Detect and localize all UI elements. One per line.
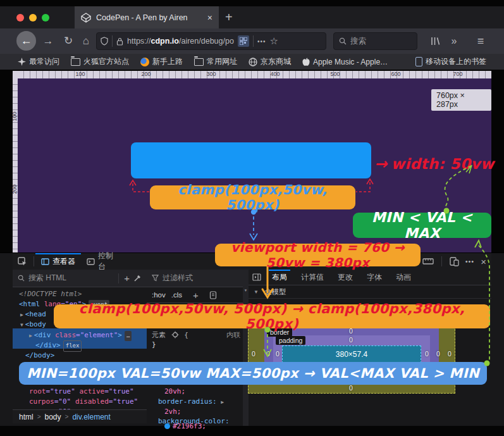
- eyedropper-icon[interactable]: [133, 274, 142, 282]
- ruler-tick-label: 600: [391, 71, 400, 77]
- stylesheet-icon[interactable]: [209, 291, 217, 299]
- tab-computed[interactable]: 计算值: [294, 270, 331, 285]
- viewport-width-badge: viewport width = 760 → 50vw = 380px: [215, 244, 421, 266]
- bookmark-mobile-bookmarks[interactable]: 移动设备上的书签: [415, 56, 486, 67]
- divider: [118, 273, 119, 283]
- shield-icon[interactable]: [101, 37, 108, 46]
- element-selector[interactable]: 元素: [152, 331, 166, 339]
- ruler-icon[interactable]: [422, 258, 434, 265]
- traffic-light-zoom[interactable]: [42, 14, 49, 22]
- sidebar-toggle-icon[interactable]: [252, 273, 261, 281]
- scroll-down-icon[interactable]: ▼: [243, 270, 249, 292]
- reload-button[interactable]: ↻: [61, 34, 76, 49]
- breadcrumb-body[interactable]: body: [45, 413, 61, 421]
- inspector-markup-panel: 搜索 HTML + <!DOCTYPE html> <html lang="en…: [13, 270, 147, 409]
- div-element-node[interactable]: ▶<div class="element">…: [29, 330, 132, 341]
- sparkle-icon: [18, 58, 26, 66]
- decl-padding-value[interactable]: 20vh;: [164, 387, 185, 396]
- bookmark-jd[interactable]: 京东商城: [249, 56, 291, 67]
- expander-icon[interactable]: ▶: [20, 312, 23, 318]
- tab-changes[interactable]: 更改: [331, 270, 360, 285]
- body-close-node[interactable]: </body>: [25, 351, 54, 361]
- color-swatch[interactable]: [164, 423, 170, 429]
- margin-left-value[interactable]: 0: [252, 350, 255, 358]
- ruler-tick-label: 200: [141, 71, 151, 77]
- new-tab-button[interactable]: +: [225, 10, 233, 25]
- devtools-close-icon[interactable]: ×: [481, 256, 486, 267]
- pseudo-class-toggle[interactable]: :hov: [152, 291, 166, 299]
- ruler-tick-label: 100: [11, 111, 18, 121]
- tab-layout[interactable]: 布局: [265, 270, 294, 285]
- overflow-chevrons-icon[interactable]: »: [446, 34, 462, 49]
- tab-inspector[interactable]: 查看器: [35, 253, 81, 270]
- decl-border-radius-value[interactable]: 2vh;: [164, 408, 181, 416]
- qr-code-icon: [238, 35, 249, 47]
- css-value: 20vh;: [164, 387, 185, 396]
- url-bar[interactable]: https://cdpn.io/airen/debug/po ••• ☆: [96, 32, 326, 50]
- doctype-node[interactable]: <!DOCTYPE html>: [19, 289, 82, 299]
- div-close-node[interactable]: </div>flex: [35, 340, 82, 352]
- traffic-light-close[interactable]: [16, 14, 24, 22]
- breadcrumb-html[interactable]: html: [19, 413, 34, 421]
- search-bar[interactable]: 搜索: [333, 32, 417, 50]
- more-attrs-chip[interactable]: …: [125, 331, 132, 341]
- traffic-light-minimize[interactable]: [29, 14, 37, 22]
- tab-console[interactable]: 控制台: [81, 253, 120, 270]
- breadcrumb-div-element[interactable]: div.element: [72, 413, 110, 421]
- margin-bottom-value[interactable]: 0: [349, 384, 353, 392]
- bookmark-common-sites[interactable]: 常用网址: [194, 56, 237, 67]
- box-model-section-header[interactable]: ▼ 盒模型: [249, 285, 491, 299]
- attr-name: curpos: [29, 397, 54, 406]
- responsive-mode-icon[interactable]: [450, 257, 459, 266]
- tab-close-icon[interactable]: ×: [207, 13, 212, 23]
- firefox-icon: [140, 58, 149, 66]
- bookmark-getting-started[interactable]: 新手上路: [140, 56, 183, 67]
- pick-element-button[interactable]: [13, 257, 32, 266]
- attr-name: class: [55, 331, 76, 339]
- body-node[interactable]: ▼<body: [20, 320, 46, 330]
- box-model-content[interactable]: 380×57.4: [282, 346, 421, 363]
- add-rule-button[interactable]: +: [193, 290, 199, 301]
- library-icon[interactable]: [430, 36, 441, 46]
- bookmark-star-icon[interactable]: ☆: [269, 35, 278, 47]
- bookmark-firefox-official[interactable]: 火狐官方站点: [71, 56, 129, 67]
- devtools-menu-icon[interactable]: •••: [465, 258, 475, 265]
- search-icon: [18, 275, 25, 282]
- viewport-size-badge: 760px × 287px: [431, 89, 491, 111]
- page-actions-icon[interactable]: •••: [257, 38, 266, 45]
- expander-icon[interactable]: ▶: [29, 333, 32, 339]
- bookmark-apple-music[interactable]: Apple Music - Apple…: [302, 58, 388, 66]
- padding-top-value[interactable]: 0: [349, 336, 353, 344]
- forward-button[interactable]: →: [40, 34, 56, 49]
- bookmark-most-visited[interactable]: 最常访问: [18, 56, 59, 67]
- class-toggle[interactable]: .cls: [171, 291, 182, 299]
- expander-icon[interactable]: ▼: [20, 322, 23, 328]
- menu-icon[interactable]: ≡: [473, 34, 488, 49]
- tag-open: <head: [25, 310, 46, 318]
- decl-background-color-value[interactable]: #2196f3;: [164, 422, 206, 430]
- ruler-tick-label: 700: [453, 71, 462, 77]
- border-left-value[interactable]: 0: [266, 350, 270, 358]
- expander-icon[interactable]: ▶: [221, 399, 224, 405]
- vertical-ruler: 100 200: [13, 78, 18, 252]
- tag-close: </body>: [25, 351, 54, 359]
- decl-border-radius[interactable]: border-radius: ▶: [158, 397, 226, 406]
- padding-right-value[interactable]: 0: [425, 350, 429, 358]
- browser-tab[interactable]: CodePen - A Pen by Airen ×: [75, 6, 219, 28]
- padding-left-value[interactable]: 0: [276, 350, 280, 358]
- tab-fonts[interactable]: 字体: [360, 270, 389, 285]
- flex-badge[interactable]: flex: [63, 340, 82, 352]
- home-button[interactable]: ⌂: [78, 34, 94, 49]
- head-node[interactable]: ▶<head: [20, 309, 46, 320]
- attr-value: ="true": [46, 387, 75, 396]
- add-node-button[interactable]: +: [124, 273, 130, 283]
- html-search-input[interactable]: 搜索 HTML: [28, 273, 66, 283]
- filter-styles-input[interactable]: 过滤样式: [163, 273, 193, 283]
- console-icon: [87, 258, 95, 266]
- target-icon[interactable]: [171, 331, 179, 339]
- border-right-value[interactable]: 0: [436, 350, 440, 358]
- margin-right-value[interactable]: 0: [448, 350, 452, 358]
- tag-close: </div>: [35, 341, 61, 349]
- tab-animations[interactable]: 动画: [389, 270, 418, 285]
- back-button[interactable]: ←: [16, 31, 36, 51]
